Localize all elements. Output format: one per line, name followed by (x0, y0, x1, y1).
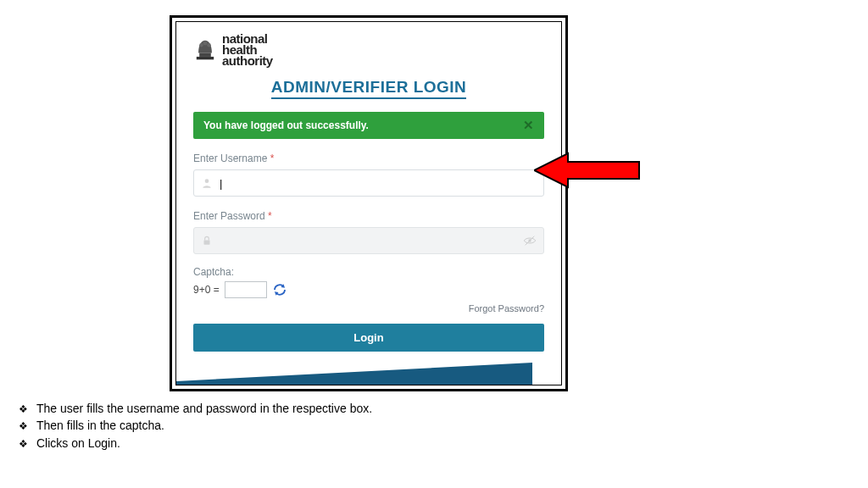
svg-rect-6 (204, 241, 210, 245)
footer-swoosh (176, 363, 532, 385)
password-label-text: Enter Password (193, 210, 265, 222)
note-item: Then fills in the captcha. (19, 417, 372, 434)
svg-marker-12 (534, 153, 639, 187)
svg-point-3 (207, 43, 211, 47)
username-label: Enter Username * (193, 152, 544, 164)
username-label-text: Enter Username (193, 152, 267, 164)
brand-text: national health authority (222, 34, 273, 66)
page-title: ADMIN/VERIFIER LOGIN (193, 78, 544, 97)
eye-off-icon[interactable] (523, 234, 537, 247)
password-input-row[interactable] (193, 227, 544, 254)
required-asterisk: * (267, 152, 274, 164)
note-item: The user fills the username and password… (19, 400, 372, 417)
page-title-text: ADMIN/VERIFIER LOGIN (271, 78, 467, 99)
svg-point-4 (203, 42, 208, 46)
password-label: Enter Password * (193, 210, 544, 222)
required-asterisk: * (265, 210, 272, 222)
svg-line-8 (526, 236, 535, 246)
captcha-challenge: 9+0 = (193, 284, 220, 296)
username-input-row[interactable] (193, 169, 544, 197)
password-input[interactable] (220, 235, 516, 247)
alert-close-icon[interactable]: ✕ (523, 118, 534, 133)
refresh-icon[interactable] (272, 282, 287, 297)
alert-text: You have logged out successfully. (203, 119, 369, 131)
svg-rect-0 (197, 57, 214, 59)
username-input[interactable] (220, 177, 537, 190)
instruction-notes: The user fills the username and password… (19, 400, 372, 452)
captcha-row: 9+0 = (193, 281, 544, 298)
user-icon (201, 177, 213, 189)
forgot-password-link[interactable]: Forgot Password? (193, 303, 544, 313)
national-emblem-icon (193, 36, 217, 64)
login-card-inner: national health authority ADMIN/VERIFIER… (175, 21, 562, 385)
brand-line-3: authority (222, 56, 273, 67)
svg-point-5 (205, 180, 209, 184)
svg-point-2 (199, 43, 203, 47)
lock-icon (201, 235, 213, 247)
login-button[interactable]: Login (193, 324, 544, 352)
svg-marker-11 (176, 363, 532, 385)
note-item: Clicks on Login. (19, 435, 372, 452)
svg-rect-1 (199, 53, 211, 58)
captcha-input[interactable] (225, 281, 267, 298)
captcha-label: Captcha: (193, 266, 544, 278)
callout-arrow-icon (534, 151, 641, 190)
brand-logo: national health authority (193, 34, 544, 66)
login-card-outer: national health authority ADMIN/VERIFIER… (170, 15, 568, 391)
logout-success-alert: You have logged out successfully. ✕ (193, 112, 544, 139)
